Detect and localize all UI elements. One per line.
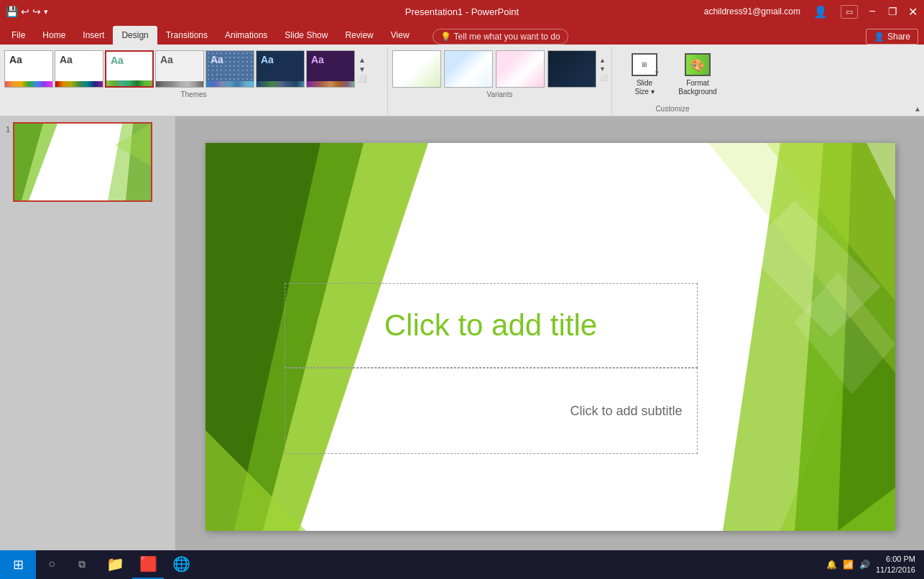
subtitle-text-box[interactable]: Click to add subtitle [285, 368, 698, 454]
slide-size-button[interactable]: ⊞ ▾ SlideSize ▾ [621, 50, 668, 99]
taskbar-notification-icon[interactable]: 🔔 [826, 560, 837, 570]
variant-thumb-3[interactable] [496, 50, 545, 88]
ribbon-display-options[interactable]: ▭ [841, 5, 858, 19]
quick-access-toolbar: 💾 ↩ ↪ ▾ [6, 6, 48, 17]
redo-icon[interactable]: ↪ [32, 6, 41, 17]
tab-home[interactable]: Home [34, 26, 74, 45]
title-placeholder-text: Click to add title [384, 308, 597, 343]
taskbar-time-display: 6:00 PM [876, 554, 915, 565]
tab-animations[interactable]: Animations [216, 26, 276, 45]
theme-thumb-6[interactable]: Aa [256, 50, 305, 88]
title-text-box[interactable]: Click to add title [285, 283, 698, 368]
themes-scroll-arrows[interactable]: ▲ ▼ ⬜ [356, 50, 368, 88]
variant-thumb-4[interactable] [548, 50, 596, 88]
theme-thumb-2[interactable]: Aa [55, 50, 103, 88]
variants-up-icon[interactable]: ▲ [599, 57, 607, 64]
slide-size-icon: ⊞ ▾ [632, 53, 657, 76]
slide-list-item: 1 [6, 122, 170, 202]
tab-insert[interactable]: Insert [74, 26, 113, 45]
variant-thumb-1[interactable] [392, 50, 441, 88]
taskbar-items: ○ ⧉ 📁 🟥 🌐 [39, 550, 197, 579]
restore-button[interactable]: ❐ [887, 6, 898, 17]
windows-icon: ⊞ [13, 557, 24, 573]
variants-scroll[interactable]: ▲ ▼ ⬜ [599, 57, 607, 81]
ribbon-content: Aa Aa Aa Aa Aa [0, 45, 924, 116]
scroll-up-icon[interactable]: ▲ [359, 56, 366, 64]
ribbon-tabs: File Home Insert Design Transitions Anim… [0, 23, 924, 45]
taskbar-network-icon[interactable]: 📶 [843, 560, 854, 570]
taskbar: ⊞ ○ ⧉ 📁 🟥 🌐 🔔 📶 🔊 6:00 PM 11/12/2016 [0, 550, 924, 579]
tab-view[interactable]: View [382, 26, 418, 45]
tab-design[interactable]: Design [113, 26, 157, 45]
tab-slideshow[interactable]: Slide Show [276, 26, 336, 45]
folder-icon: 📁 [106, 555, 124, 573]
themes-section: Aa Aa Aa Aa Aa [0, 47, 388, 116]
slide-thumb-content [14, 124, 151, 200]
share-label: Share [887, 32, 910, 42]
window-title: Presentation1 - PowerPoint [405, 6, 519, 17]
variants-label: Variants [392, 88, 607, 100]
theme-thumb-5[interactable]: Aa [205, 50, 254, 88]
user-email: achildress91@gmail.com [704, 6, 800, 17]
minimize-button[interactable]: − [867, 6, 878, 17]
tab-review[interactable]: Review [336, 26, 382, 45]
powerpoint-icon: 🟥 [139, 555, 157, 573]
variants-down-icon[interactable]: ▼ [599, 65, 607, 73]
taskbar-search[interactable]: ○ [39, 550, 65, 579]
customize-buttons: ⊞ ▾ SlideSize ▾ 🎨 FormatBackground [621, 50, 724, 99]
slide-thumbnail[interactable] [13, 122, 152, 202]
tell-me-input[interactable]: 💡 Tell me what you want to do [433, 29, 568, 45]
ribbon-collapse-button[interactable]: ▲ [914, 105, 921, 113]
taskbar-powerpoint[interactable]: 🟥 [132, 550, 164, 579]
taskbar-edge[interactable]: 🌐 [165, 550, 197, 579]
share-icon: 👤 [874, 32, 884, 42]
format-background-label: FormatBackground [677, 79, 719, 96]
close-button[interactable]: ✕ [907, 6, 918, 17]
themes-label: Themes [4, 88, 383, 100]
customize-label: Customize [621, 105, 724, 116]
themes-grid: Aa Aa Aa Aa Aa [4, 50, 383, 88]
theme-thumb-7[interactable]: Aa [306, 50, 355, 88]
task-view-icon: ⧉ [78, 558, 86, 570]
slide-number-label: 1 [6, 125, 10, 134]
taskbar-task-view[interactable]: ⧉ [66, 550, 98, 579]
customize-section: ⊞ ▾ SlideSize ▾ 🎨 FormatBackground Custo… [612, 47, 733, 116]
edge-icon: 🌐 [172, 555, 190, 573]
variant-thumb-2[interactable] [444, 50, 493, 88]
undo-icon[interactable]: ↩ [21, 6, 29, 17]
taskbar-file-explorer[interactable]: 📁 [99, 550, 131, 579]
taskbar-date-display: 11/12/2016 [876, 565, 915, 575]
search-circle-icon: ○ [48, 557, 55, 570]
theme-thumb-4[interactable]: Aa [155, 50, 204, 88]
customize-quick-access[interactable]: ▾ [44, 7, 48, 17]
variants-grid: ▲ ▼ ⬜ [392, 50, 607, 88]
theme-thumb-3[interactable]: Aa [105, 50, 154, 88]
canvas-area: Click to add title Click to add subtitle [176, 116, 924, 557]
main-area: 1 [0, 116, 924, 557]
title-bar: 💾 ↩ ↪ ▾ Presentation1 - PowerPoint achil… [0, 0, 924, 23]
title-bar-right: achildress91@gmail.com 👤 ▭ − ❐ ✕ [704, 4, 918, 20]
subtitle-placeholder-text: Click to add subtitle [570, 404, 682, 419]
theme-thumb-1[interactable]: Aa [4, 50, 53, 88]
start-button[interactable]: ⊞ [0, 550, 36, 579]
slide-panel: 1 [0, 116, 176, 557]
share-button[interactable]: 👤 Share [866, 29, 918, 45]
scroll-down-icon[interactable]: ▼ [359, 65, 366, 73]
variants-more-icon[interactable]: ⬜ [599, 74, 607, 81]
tab-file[interactable]: File [3, 26, 34, 45]
share-area: 👤 Share [866, 29, 924, 45]
format-background-button[interactable]: 🎨 FormatBackground [671, 50, 724, 99]
slide-thumb-svg [14, 124, 151, 200]
tab-transitions[interactable]: Transitions [157, 26, 216, 45]
slide-canvas[interactable]: Click to add title Click to add subtitle [205, 143, 895, 531]
tell-me-text: Tell me what you want to do [454, 32, 560, 42]
lightbulb-icon: 💡 [440, 32, 451, 42]
more-icon[interactable]: ⬜ [358, 75, 366, 83]
taskbar-right: 🔔 📶 🔊 6:00 PM 11/12/2016 [826, 554, 924, 576]
save-icon[interactable]: 💾 [6, 6, 18, 17]
taskbar-volume-icon[interactable]: 🔊 [859, 560, 870, 570]
variants-section: ▲ ▼ ⬜ Variants [388, 47, 612, 116]
format-background-icon: 🎨 [685, 53, 711, 76]
account-icon[interactable]: 👤 [809, 4, 832, 20]
taskbar-clock[interactable]: 6:00 PM 11/12/2016 [876, 554, 915, 576]
